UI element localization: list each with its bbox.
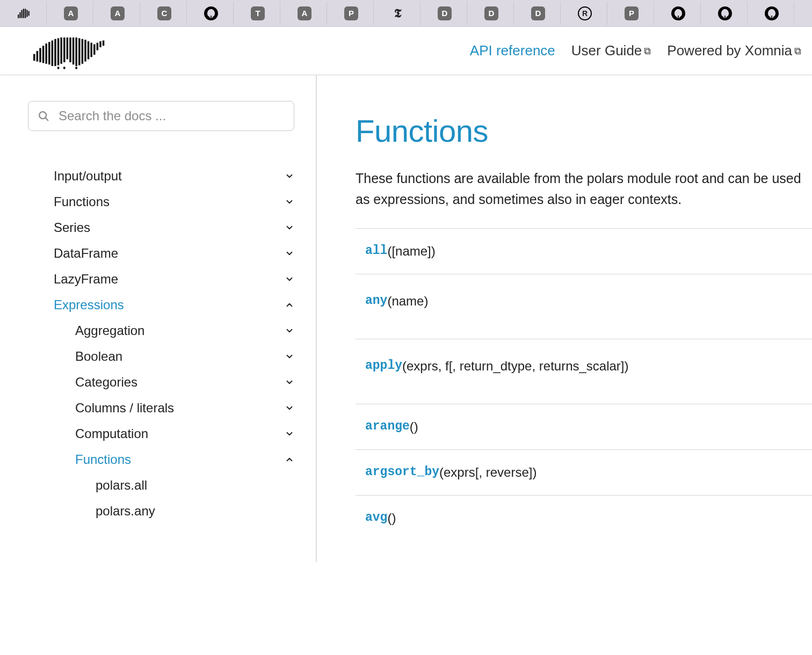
top-nav: API reference User Guide⧉ Powered by Xom… xyxy=(470,42,801,59)
browser-tab[interactable] xyxy=(563,2,607,25)
browser-tab[interactable] xyxy=(656,2,701,25)
svg-rect-28 xyxy=(97,42,99,50)
browser-tab[interactable]: P xyxy=(610,2,654,25)
svg-rect-18 xyxy=(67,37,69,59)
chevron-up-icon xyxy=(284,454,295,465)
svg-rect-25 xyxy=(88,41,90,59)
polars-logo[interactable] xyxy=(30,32,108,70)
letter-d-icon: D xyxy=(484,6,498,20)
chevron-down-icon xyxy=(284,402,295,414)
function-name-link[interactable]: any xyxy=(365,294,387,309)
sidebar-item-expressions[interactable]: Expressions xyxy=(28,292,305,318)
svg-rect-12 xyxy=(48,42,50,64)
sidebar-item-dataframe[interactable]: DataFrame xyxy=(28,241,305,266)
sidebar-item-functions[interactable]: Functions xyxy=(28,189,305,215)
browser-tab[interactable] xyxy=(703,2,748,25)
nav-user-guide[interactable]: User Guide⧉ xyxy=(571,42,651,59)
sidebar-item-label: Computation xyxy=(75,426,148,441)
svg-rect-15 xyxy=(57,38,60,65)
github-icon xyxy=(765,6,779,20)
sidebar-item-label: Columns / literals xyxy=(75,401,174,416)
browser-tab[interactable]: D xyxy=(516,2,561,25)
browser-tab[interactable] xyxy=(750,2,794,25)
browser-tab[interactable]: P xyxy=(329,2,374,25)
chevron-down-icon xyxy=(284,248,295,259)
svg-rect-20 xyxy=(73,37,75,64)
nav-powered-by[interactable]: Powered by Xomnia⧉ xyxy=(667,42,801,59)
sidebar-item-label: Input/output xyxy=(54,169,122,184)
svg-rect-14 xyxy=(54,39,56,66)
letter-d-icon: D xyxy=(531,6,545,20)
sidebar-item-label: Expressions xyxy=(54,297,124,312)
rust-icon xyxy=(578,6,592,20)
sidebar-nav: Input/outputFunctionsSeriesDataFrameLazy… xyxy=(28,163,305,524)
svg-rect-26 xyxy=(90,42,92,57)
sidebar-item-categories[interactable]: Categories xyxy=(28,369,305,395)
sidebar-item-boolean[interactable]: Boolean xyxy=(28,344,305,369)
svg-rect-32 xyxy=(63,67,66,69)
browser-tab[interactable]: 𝕿 xyxy=(376,2,421,25)
browser-tab[interactable]: D xyxy=(423,2,467,25)
browser-tab[interactable]: A xyxy=(96,2,140,25)
sidebar-item-computation[interactable]: Computation xyxy=(28,421,305,447)
nav-powered-by-label: Powered by Xomnia xyxy=(667,42,792,59)
function-signature: (exprs[, reverse]) xyxy=(439,465,536,480)
sidebar-item-polars-any[interactable]: polars.any xyxy=(28,498,305,524)
svg-rect-27 xyxy=(93,44,96,55)
function-name-link[interactable]: avg xyxy=(365,511,387,526)
letter-a-icon: A xyxy=(298,6,311,20)
sidebar-item-lazyframe[interactable]: LazyFrame xyxy=(28,266,305,292)
page-title: Functions xyxy=(356,113,812,149)
svg-rect-17 xyxy=(63,37,66,62)
search-input[interactable] xyxy=(28,101,294,131)
svg-rect-21 xyxy=(75,37,77,66)
sidebar-item-polars-all[interactable]: polars.all xyxy=(28,472,305,498)
sidebar-item-functions[interactable]: Functions xyxy=(28,447,305,472)
browser-tab[interactable]: C xyxy=(142,2,187,25)
polars-icon xyxy=(17,6,31,20)
sidebar-item-input-output[interactable]: Input/output xyxy=(28,163,305,189)
function-signature: (name) xyxy=(387,294,428,309)
sidebar-item-columns-literals[interactable]: Columns / literals xyxy=(28,395,305,421)
browser-tab[interactable]: A xyxy=(49,2,93,25)
site-header: API reference User Guide⧉ Powered by Xom… xyxy=(0,27,812,75)
external-link-icon: ⧉ xyxy=(794,46,801,57)
svg-line-35 xyxy=(46,118,48,121)
svg-rect-1 xyxy=(19,12,20,18)
svg-rect-7 xyxy=(33,54,35,61)
sidebar-item-label: DataFrame xyxy=(54,246,118,261)
content: Functions These functions are available … xyxy=(317,75,812,562)
chevron-down-icon xyxy=(284,273,295,285)
browser-tab[interactable] xyxy=(189,2,234,25)
function-row-apply: apply(exprs, f[, return_dtype, returns_s… xyxy=(356,339,812,404)
letter-d-icon: D xyxy=(438,6,452,20)
letter-t-icon: T xyxy=(251,6,265,20)
function-row-avg: avg() xyxy=(356,495,812,541)
sidebar-item-label: Categories xyxy=(75,375,137,390)
sidebar-item-label: Aggregation xyxy=(75,323,144,338)
sidebar-item-series[interactable]: Series xyxy=(28,215,305,241)
nav-api-reference[interactable]: API reference xyxy=(470,42,555,59)
svg-rect-13 xyxy=(52,40,54,66)
svg-rect-8 xyxy=(37,51,39,62)
function-name-link[interactable]: all xyxy=(365,244,387,259)
browser-tab[interactable] xyxy=(2,2,47,25)
github-icon xyxy=(718,6,732,20)
function-row-arange: arange() xyxy=(356,404,812,449)
function-row-all: all([name]) xyxy=(356,228,812,274)
svg-rect-10 xyxy=(42,46,45,63)
sidebar-item-aggregation[interactable]: Aggregation xyxy=(28,318,305,344)
function-name-link[interactable]: argsort_by xyxy=(365,465,439,480)
browser-tab[interactable]: A xyxy=(282,2,327,25)
svg-rect-29 xyxy=(99,41,102,47)
function-name-link[interactable]: arange xyxy=(365,419,410,434)
browser-tab[interactable]: D xyxy=(469,2,514,25)
function-name-link[interactable]: apply xyxy=(365,359,402,374)
chevron-down-icon xyxy=(284,170,295,182)
svg-rect-30 xyxy=(103,40,105,46)
chevron-down-icon xyxy=(284,376,295,388)
svg-rect-33 xyxy=(75,67,77,69)
main-area: Input/outputFunctionsSeriesDataFrameLazy… xyxy=(0,75,812,562)
browser-tab[interactable]: T xyxy=(236,2,280,25)
sidebar-item-label: Boolean xyxy=(75,349,122,364)
